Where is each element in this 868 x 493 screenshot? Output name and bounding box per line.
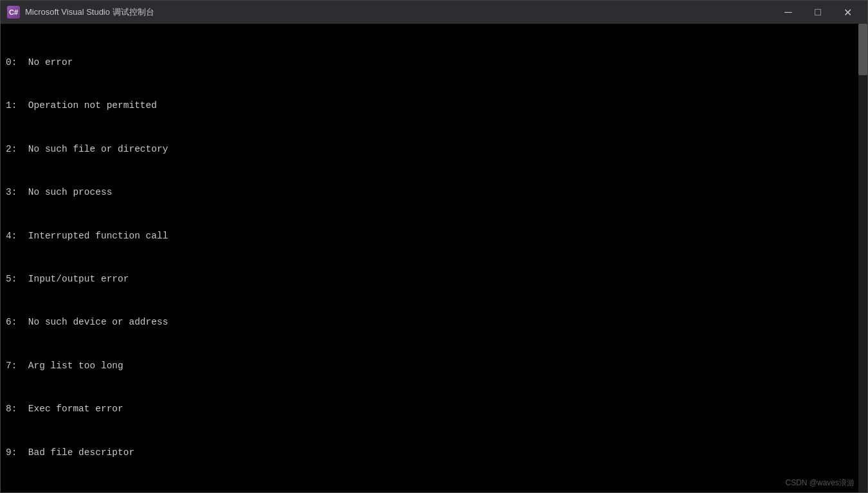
app-icon-label: C# (9, 8, 18, 16)
output-line-3: 3: No such process (6, 185, 862, 199)
output-line-4: 4: Interrupted function call (6, 229, 862, 243)
maximize-button[interactable]: □ (803, 1, 833, 24)
minimize-button[interactable]: ─ (773, 1, 803, 24)
scrollbar-thumb[interactable] (858, 24, 867, 75)
output-line-6: 6: No such device or address (6, 315, 862, 329)
output-line-0: 0: No error (6, 55, 862, 69)
app-icon: C# (7, 6, 20, 19)
console-output: 0: No error 1: Operation not permitted 2… (6, 26, 862, 492)
scrollbar[interactable] (858, 24, 867, 492)
blank-line (6, 489, 862, 492)
output-line-9: 9: Bad file descriptor (6, 445, 862, 460)
title-bar: C# Microsoft Visual Studio 调试控制台 ─ □ ✕ (1, 1, 867, 24)
main-window: C# Microsoft Visual Studio 调试控制台 ─ □ ✕ 0… (0, 0, 868, 493)
console-area: 0: No error 1: Operation not permitted 2… (1, 24, 867, 492)
output-line-1: 1: Operation not permitted (6, 98, 862, 112)
window-controls: ─ □ ✕ (773, 1, 862, 24)
output-line-7: 7: Arg list too long (6, 359, 862, 373)
output-line-2: 2: No such file or directory (6, 142, 862, 156)
output-line-8: 8: Exec format error (6, 402, 862, 416)
close-button[interactable]: ✕ (833, 1, 862, 24)
output-line-5: 5: Input/output error (6, 272, 862, 286)
window-title: Microsoft Visual Studio 调试控制台 (25, 6, 154, 18)
watermark: CSDN @waves浪游 (785, 478, 854, 489)
title-bar-left: C# Microsoft Visual Studio 调试控制台 (7, 6, 154, 19)
